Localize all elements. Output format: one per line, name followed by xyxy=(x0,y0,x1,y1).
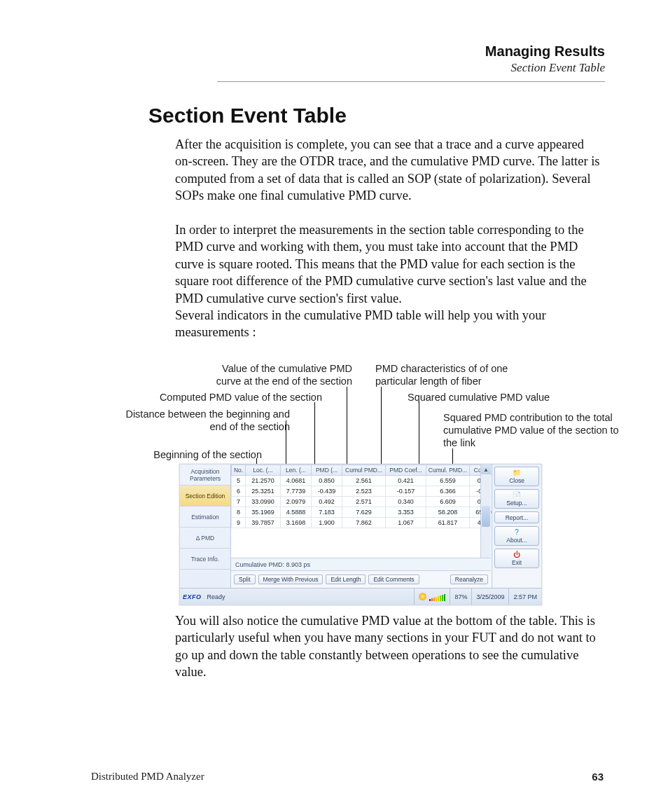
about-button[interactable]: ?About... xyxy=(494,526,539,546)
right-panel: 📁Close 📄Setup... Report... ?About... ⏻Ex… xyxy=(492,465,541,589)
edit-comments-button[interactable]: Edit Comments xyxy=(368,574,419,585)
table-cell: 0.850 xyxy=(312,476,342,486)
callout-squared-contribution: Squared PMD contribution to the total cu… xyxy=(443,411,625,449)
exfo-logo: EXFO xyxy=(180,593,204,600)
report-button[interactable]: Report... xyxy=(494,511,539,523)
table-cell: 7.862 xyxy=(342,518,386,528)
column-header[interactable]: PMD Coef... xyxy=(386,465,426,476)
table-row[interactable]: 625.32517.7739-0.4392.523-0.1576.366-0.2… xyxy=(232,486,498,497)
cumulative-pmd-label: Cumulative PMD: 8.903 ps xyxy=(231,558,491,571)
callout-pmd-characteristics: PMD characteristics of of one particular… xyxy=(375,362,529,387)
table-row[interactable]: 521.25704.06810.8502.5610.4216.5590.91 xyxy=(232,476,498,486)
edit-length-button[interactable]: Edit Length xyxy=(326,574,366,585)
paragraph-2: In order to interpret the measurements i… xyxy=(175,221,604,307)
table-cell: 7.7739 xyxy=(281,486,312,497)
table-cell: 21.2570 xyxy=(246,476,281,486)
footer-page-number: 63 xyxy=(592,771,604,783)
paragraph-4: You will also notice the cumulative PMD … xyxy=(175,612,604,681)
pointer-line xyxy=(381,387,382,468)
column-header[interactable]: Cumul. PMD... xyxy=(426,465,470,476)
table-cell: 7.629 xyxy=(342,507,386,518)
exit-button[interactable]: ⏻Exit xyxy=(494,549,539,568)
section-event-table-figure: Acquisition Parameters Section Edition E… xyxy=(179,464,542,605)
status-time: 2:57 PM xyxy=(508,589,541,605)
sidebar-item-section-edition[interactable]: Section Edition xyxy=(180,486,230,507)
table-cell: 39.7857 xyxy=(246,518,281,528)
footer-product: Distributed PMD Analyzer xyxy=(91,771,204,783)
table-cell: 2.571 xyxy=(342,497,386,507)
power-icon: ⏻ xyxy=(496,551,537,558)
chapter-subtitle: Section Event Table xyxy=(485,61,605,75)
folder-icon: 📁 xyxy=(496,469,537,476)
sidebar-item-trace-info[interactable]: Trace Info. xyxy=(180,549,230,570)
table-cell: 6.609 xyxy=(426,497,470,507)
table-cell: 0.340 xyxy=(386,497,426,507)
split-button[interactable]: Split xyxy=(234,574,256,585)
pointer-line xyxy=(347,387,347,468)
table-cell: 2.523 xyxy=(342,486,386,497)
table-cell: 25.3251 xyxy=(246,486,281,497)
document-icon: 📄 xyxy=(496,492,537,499)
callout-computed-pmd: Computed PMD value of the section xyxy=(140,391,322,404)
pointer-line xyxy=(419,402,419,468)
paragraph-3: Several indicators in the cumulative PMD… xyxy=(175,307,604,341)
table-cell: 58.208 xyxy=(426,507,470,518)
table-cell: 3.1698 xyxy=(281,518,312,528)
button-row: Split Merge With Previous Edit Length Ed… xyxy=(231,570,491,588)
close-button[interactable]: 📁Close xyxy=(494,467,539,486)
table-cell: -0.157 xyxy=(386,486,426,497)
table-cell: 6.366 xyxy=(426,486,470,497)
callout-distance: Distance between the beginning and end o… xyxy=(108,408,290,433)
column-header[interactable]: Len. (... xyxy=(281,465,312,476)
table-cell: 9 xyxy=(232,518,246,528)
sidebar-item-acquisition-parameters[interactable]: Acquisition Parameters xyxy=(180,465,230,486)
table-row[interactable]: 939.78573.16981.9007.8621.06761.8174.55 xyxy=(232,518,498,528)
column-header[interactable]: Cumul PMD... xyxy=(342,465,386,476)
sidebar-item-estimation[interactable]: Estimation xyxy=(180,507,230,528)
status-state: Ready xyxy=(204,593,225,600)
table-cell: 0.492 xyxy=(312,497,342,507)
column-header[interactable]: Loc. (... xyxy=(246,465,281,476)
table-row[interactable]: 733.09902.09790.4922.5710.3406.6090.31 xyxy=(232,497,498,507)
section-table: No.Loc. (...Len. (...PMD (...Cumul PMD..… xyxy=(231,465,498,528)
reanalyze-button[interactable]: Reanalyze xyxy=(450,574,488,585)
table-cell: 4.0681 xyxy=(281,476,312,486)
callout-squared-cumul-pmd: Squared cumulative PMD value xyxy=(408,391,569,404)
section-heading: Section Event Table xyxy=(148,104,347,128)
table-cell: 61.817 xyxy=(426,518,470,528)
chapter-title: Managing Results xyxy=(485,43,605,60)
status-date: 3/25/2009 xyxy=(471,589,508,605)
table-cell: 7 xyxy=(232,497,246,507)
sidebar-item-delta-pmd[interactable]: Δ PMD xyxy=(180,528,230,549)
column-header[interactable]: PMD (... xyxy=(312,465,342,476)
status-signal xyxy=(414,589,450,605)
help-icon: ? xyxy=(496,529,537,536)
table-cell: 6 xyxy=(232,486,246,497)
table-cell: 2.561 xyxy=(342,476,386,486)
header-rule xyxy=(217,81,605,82)
table-cell: 1.900 xyxy=(312,518,342,528)
pointer-line xyxy=(314,402,315,468)
table-cell: 4.5888 xyxy=(281,507,312,518)
paragraph-1: After the acquisition is complete, you c… xyxy=(175,136,604,205)
sidebar: Acquisition Parameters Section Edition E… xyxy=(180,465,231,589)
table-cell: 5 xyxy=(232,476,246,486)
merge-with-previous-button[interactable]: Merge With Previous xyxy=(258,574,323,585)
scroll-up-arrow-icon[interactable]: ▲ xyxy=(481,465,491,474)
table-row[interactable]: 835.19694.58887.1837.6293.35358.20865.10 xyxy=(232,507,498,518)
table-cell: 1.067 xyxy=(386,518,426,528)
status-bar: EXFO Ready 87% 3/25/2009 2:57 PM xyxy=(180,588,541,605)
callout-cumul-pmd-end: Value of the cumulative PMD curve at the… xyxy=(205,362,352,387)
setup-button[interactable]: 📄Setup... xyxy=(494,489,539,509)
signal-bars-icon xyxy=(429,593,445,601)
table-cell: 2.0979 xyxy=(281,497,312,507)
table-cell: -0.439 xyxy=(312,486,342,497)
column-header[interactable]: No. xyxy=(232,465,246,476)
callout-beginning: Beginning of the section xyxy=(143,448,262,461)
table-cell: 0.421 xyxy=(386,476,426,486)
table-cell: 6.559 xyxy=(426,476,470,486)
table-cell: 35.1969 xyxy=(246,507,281,518)
table-cell: 7.183 xyxy=(312,507,342,518)
status-percent: 87% xyxy=(450,589,471,605)
shield-icon xyxy=(419,593,426,600)
